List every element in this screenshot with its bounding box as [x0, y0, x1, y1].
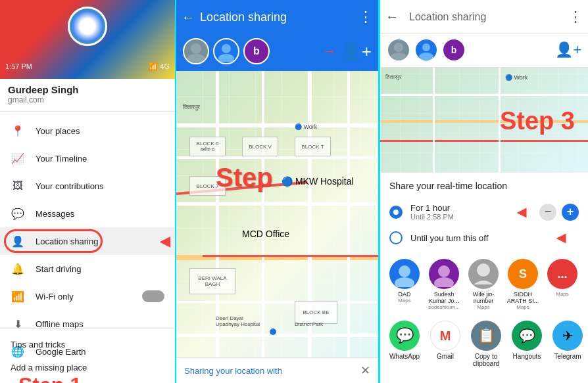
avatar-2 [213, 38, 239, 64]
menu-label-contributions: Your contributions [36, 181, 104, 191]
titarpur-label: तितारपुर [183, 104, 200, 111]
app-gmail[interactable]: M Gmail [428, 321, 463, 367]
app-whatsapp[interactable]: 💬 WhatsApp [387, 321, 422, 367]
telegram-label: Telegram [554, 353, 581, 360]
block-be: BLOCK BE [295, 301, 337, 324]
hospital-pin: 🔵 MKW Hospital [282, 176, 354, 187]
bottom-menu: Tips and tricks Add a missing place [0, 328, 175, 383]
contact-siddh-name: SIDDH ARATH SI... [505, 291, 541, 304]
mini-titarpur: तितारपुर [385, 74, 401, 81]
app-hangouts[interactable]: 💬 Hangouts [509, 321, 545, 367]
road-v2 [262, 71, 264, 360]
menu-item-messages[interactable]: 💬 Messages [0, 200, 175, 227]
menu-item-wifi[interactable]: 📶 Wi-Fi only [0, 282, 175, 310]
contact-extra-avatar: ... [547, 259, 577, 289]
svg-point-2 [222, 44, 231, 53]
option-1-hour-label: For 1 hour [410, 203, 454, 213]
panel-map: ← Location sharing ⋮ b → 👤+ [176, 0, 380, 383]
hospital-label: Deen DayalUpadhyay Hospital [216, 315, 260, 327]
mini-road-h3 [380, 140, 588, 142]
step3-label: Step 3 [500, 107, 575, 135]
beri-wala-bagh: BERI WALA BAGH [189, 268, 235, 294]
add-person-button[interactable]: 👤+ [341, 41, 372, 62]
app-copy[interactable]: 📋 Copy to clipboard [468, 321, 504, 367]
time-controls: − + [539, 204, 579, 221]
sidebar-header: 1:57 PM 📶 4G [0, 0, 175, 79]
svg-point-3 [218, 54, 234, 62]
close-button[interactable]: ✕ [360, 363, 370, 378]
status-time: 1:57 PM [5, 62, 32, 71]
pin-icon: 📍 [11, 124, 25, 138]
contact-extra[interactable]: ... Maps [545, 259, 580, 310]
menu-label-offline-maps: Offline maps [36, 319, 84, 329]
panel-sidebar: 1:57 PM 📶 4G Gurdeep Singh gmail.com 📍 Y… [0, 0, 176, 383]
whatsapp-label: WhatsApp [389, 353, 420, 360]
svg-point-9 [395, 277, 414, 287]
wifi-toggle[interactable] [142, 290, 164, 302]
contact-wife-avatar [468, 259, 499, 289]
app-telegram[interactable]: ✈ Telegram [550, 321, 585, 367]
share-back-button[interactable]: ← [385, 9, 399, 24]
share-header: ← Location sharing ⋮ [380, 0, 588, 34]
contacts-row: DAD Maps Sudesh Kumar Jo... sudeshkum...… [380, 254, 588, 315]
menu-item-add-missing[interactable]: Add a missing place [0, 356, 175, 379]
share-header-title: Location sharing [404, 11, 568, 23]
block-6: BLOCK 6ब्लॉक 6 [189, 137, 226, 156]
menu-item-timeline[interactable]: 📈 Your Timeline [0, 145, 175, 172]
map-header-title: Location sharing [200, 11, 358, 24]
svg-point-1 [187, 54, 205, 63]
menu-item-location-sharing[interactable]: 👤 Location sharing ◀ [0, 227, 175, 255]
radio-1-hour-text: For 1 hour Until 2:58 PM [410, 203, 454, 221]
share-add-person-button[interactable]: 👤+ [555, 41, 581, 58]
contact-dad[interactable]: DAD Maps [387, 259, 422, 310]
contact-dad-name: DAD [398, 291, 410, 298]
contact-wife-name: Wife jio-number [466, 291, 501, 304]
menu-item-your-places[interactable]: 📍 Your places [0, 117, 175, 145]
whatsapp-icon: 💬 [389, 321, 420, 351]
mini-road-h1 [380, 94, 588, 96]
contact-sudesh-avatar [429, 259, 459, 289]
share-map-preview: 🔵 Work तितारपुर BLOCK D Step 3 [380, 68, 588, 173]
option-1-hour[interactable]: For 1 hour Until 2:58 PM − + ◀ [389, 198, 579, 226]
arrow-option2-indicator: ◀ [556, 231, 566, 245]
contact-wife[interactable]: Wife jio-number Maps [466, 259, 501, 310]
user-location-dot [268, 327, 278, 336]
avatar-b: b [243, 38, 270, 64]
copy-label: Copy to clipboard [468, 353, 504, 367]
option-turn-off-label: Until you turn this off [410, 233, 488, 243]
contact-siddh[interactable]: S SIDDH ARATH SI... Maps [505, 259, 541, 310]
map-bottom-bar: Sharing your location with ✕ [176, 357, 378, 383]
panel-share: ← Location sharing ⋮ b 👤+ 🔵 Work तितारपु… [380, 0, 588, 383]
arrow-right-indicator: → [322, 43, 337, 60]
status-bar: 1:57 PM 📶 4G [0, 61, 175, 72]
copy-icon: 📋 [471, 321, 501, 351]
block-t: BLOCK T [295, 137, 331, 156]
block-v: BLOCK V [242, 137, 278, 156]
option-turn-off[interactable]: Until you turn this off ◀ [389, 226, 579, 250]
menu-item-start-driving[interactable]: 🔔 Start driving [0, 255, 175, 282]
contributions-icon: 🖼 [11, 179, 25, 193]
svg-point-5 [391, 53, 406, 60]
menu-item-tips[interactable]: Tips and tricks [0, 333, 175, 356]
share-options-section: Share your real-time location For 1 hour… [380, 173, 588, 254]
increase-time-button[interactable]: + [562, 204, 579, 221]
mini-road-v1 [433, 68, 435, 173]
share-title: Share your real-time location [389, 181, 579, 191]
decrease-time-button[interactable]: − [539, 204, 556, 221]
more-options-icon[interactable]: ⋮ [358, 9, 373, 26]
svg-point-11 [434, 277, 454, 287]
district-park-label: District Park [295, 321, 323, 327]
contact-siddh-avatar: S [508, 259, 538, 289]
road-v4 [347, 71, 350, 360]
map-view[interactable]: BLOCK 6ब्लॉक 6 BLOCK V BLOCK T BLOCK 7 B… [176, 71, 378, 360]
mcd-label: MCD Office [242, 229, 289, 239]
step-label-map: Step [216, 163, 273, 192]
back-button[interactable]: ← [182, 10, 195, 25]
share-more-button[interactable]: ⋮ [568, 9, 583, 26]
menu-item-contributions[interactable]: 🖼 Your contributions [0, 172, 175, 200]
contact-sudesh[interactable]: Sudesh Kumar Jo... sudeshkum... [426, 259, 462, 310]
hangouts-label: Hangouts [513, 353, 541, 360]
share-avatar-row: b 👤+ [380, 34, 588, 68]
radio-1-hour [389, 206, 403, 219]
contact-extra-sub: Maps [556, 291, 569, 297]
